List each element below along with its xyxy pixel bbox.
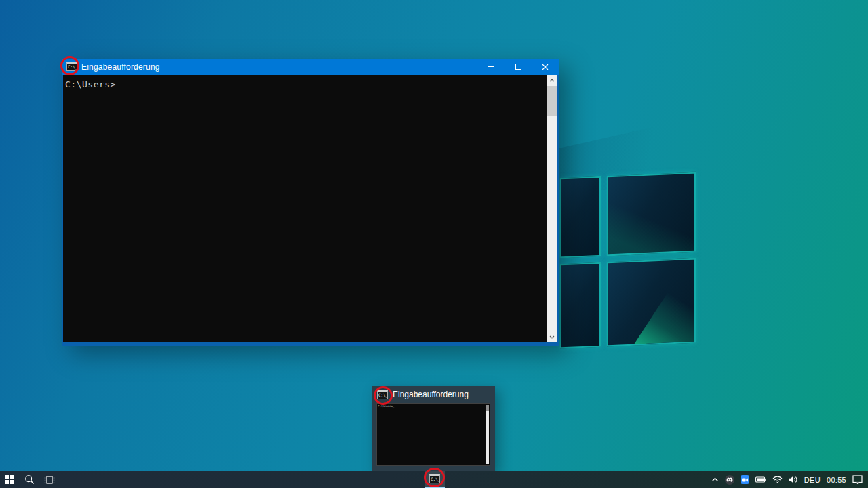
scroll-up-icon	[549, 79, 555, 82]
close-button[interactable]	[532, 59, 559, 75]
maximize-button[interactable]	[505, 59, 532, 75]
logo-pane-bottom-right	[607, 258, 696, 347]
scroll-down-icon	[549, 336, 555, 339]
volume-icon	[789, 476, 798, 483]
preview-mini-scrollbar	[486, 405, 489, 464]
windows-start-icon	[5, 475, 14, 484]
console-scrollbar[interactable]	[547, 75, 557, 342]
task-view-icon	[44, 475, 55, 485]
system-tray: DEU 00:55	[711, 471, 868, 488]
discord-icon	[726, 477, 733, 482]
cmd-window: C:\_ Eingabeaufforderung C:\Users>	[62, 59, 559, 346]
scrollbar-thumb[interactable]	[547, 86, 557, 116]
cmd-console-area[interactable]: C:\Users>	[62, 75, 559, 346]
battery-icon	[755, 476, 766, 483]
preview-thumbnail[interactable]: C:\Users>_	[376, 403, 490, 466]
clock[interactable]: 00:55	[827, 476, 846, 484]
minimize-button[interactable]	[477, 59, 505, 75]
annotation-circle-preview-cmd-icon	[374, 386, 393, 405]
search-button[interactable]	[20, 471, 39, 488]
preview-mini-prompt: C:\Users>_	[377, 404, 452, 408]
search-icon	[24, 474, 35, 485]
discord-tray-button[interactable]	[725, 475, 734, 485]
console-prompt: C:\Users>	[63, 75, 557, 89]
minimize-icon	[488, 66, 494, 67]
annotation-circle-taskbar-cmd-icon	[424, 468, 445, 487]
logo-pane-top-left	[560, 176, 601, 258]
wifi-icon	[772, 476, 783, 483]
maximize-icon	[515, 64, 521, 70]
language-indicator[interactable]: DEU	[804, 476, 821, 484]
scroll-up-button[interactable]	[547, 75, 557, 85]
chevron-up-icon	[711, 477, 719, 482]
battery-tray-button[interactable]	[755, 476, 766, 483]
logo-pane-top-right	[607, 172, 696, 256]
tray-overflow-button[interactable]	[711, 477, 719, 482]
windows-hero-logo	[560, 172, 697, 349]
cmd-window-title: Eingabeaufforderung	[81, 62, 477, 72]
preview-title: Eingabeaufforderung	[393, 390, 469, 399]
task-view-button[interactable]	[39, 471, 59, 488]
cmd-titlebar[interactable]: C:\_ Eingabeaufforderung	[62, 59, 559, 75]
volume-tray-button[interactable]	[789, 476, 798, 483]
close-icon	[542, 64, 549, 70]
zoom-video-icon	[742, 478, 748, 482]
action-center-button[interactable]	[852, 475, 863, 484]
network-tray-button[interactable]	[772, 476, 783, 483]
zoom-tray-button[interactable]	[741, 475, 749, 484]
action-center-icon	[852, 475, 863, 484]
annotation-circle-titlebar-cmd-icon	[60, 56, 79, 75]
scroll-down-button[interactable]	[547, 331, 557, 342]
start-button[interactable]	[0, 471, 20, 488]
logo-pane-bottom-left	[560, 262, 601, 349]
